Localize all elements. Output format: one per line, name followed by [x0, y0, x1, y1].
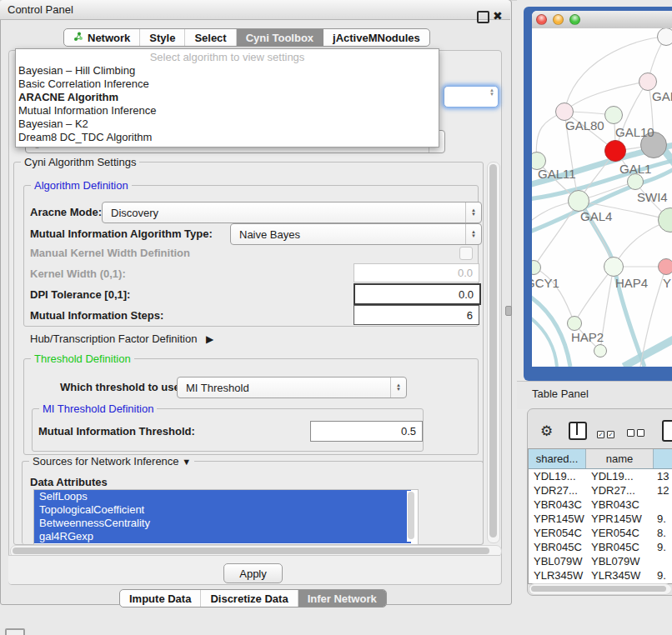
tab-jactivemnodules[interactable]: jActiveMNodules: [323, 29, 429, 46]
group-title: Algorithm Definition: [31, 179, 132, 192]
which-threshold-label: Which threshold to use:: [60, 381, 183, 393]
attribute-item-topologicalcoefficient[interactable]: TopologicalCoefficient: [34, 503, 411, 517]
control-panel-tabs: NetworkStyleSelectCyni ToolboxjActiveMNo…: [63, 28, 430, 47]
algorithm-option-dream8-dc-tdc-algorithm[interactable]: Dream8 DC_TDC Algorithm: [16, 131, 439, 144]
table-row[interactable]: YLR345WYLR345W9.: [529, 568, 672, 582]
table-cell: 8.: [654, 526, 672, 540]
network-node[interactable]: [657, 28, 672, 46]
sources-toggle[interactable]: Sources for Network Inference ▼: [29, 455, 194, 468]
network-node[interactable]: [658, 258, 672, 275]
table-row[interactable]: YDL19...YDL19...13: [529, 469, 672, 483]
table-cell: 9.: [654, 512, 672, 526]
algorithm-option-mutual-information-inference[interactable]: Mutual Information Inference: [16, 104, 439, 118]
tab-style[interactable]: Style: [140, 29, 185, 46]
node-label-gal: GAL: [652, 89, 672, 103]
tab-label: Impute Data: [129, 592, 191, 605]
algorithm-option-bayesian-hill-climbing[interactable]: Bayesian – Hill Climbing: [16, 64, 439, 78]
gear-icon[interactable]: ⚙: [540, 422, 553, 440]
tab-infer-network[interactable]: Infer Network: [298, 590, 386, 607]
tab-label: Network: [88, 32, 130, 44]
dpi-tolerance-field[interactable]: 0.0: [354, 283, 481, 305]
field-value: 0.0: [458, 267, 473, 279]
table-row[interactable]: YDR27...YDR27...12: [529, 483, 672, 498]
field-value: 0.0: [459, 288, 474, 301]
table-horizontal-scrollbar[interactable]: [529, 583, 671, 595]
list-scrollbar[interactable]: [407, 491, 415, 542]
tab-label: Select: [194, 32, 226, 44]
algorithm-dropdown-list: Select algorithm to view settings Bayesi…: [15, 48, 439, 148]
node-label-gal11: GAL11: [538, 167, 576, 181]
hub-definition-label: Hub/Transcription Factor Definition: [30, 332, 197, 345]
algorithm-option-aracne-algorithm[interactable]: ARACNE Algorithm: [16, 91, 439, 104]
column-header-clipped[interactable]: [654, 449, 672, 468]
network-node[interactable]: [567, 316, 582, 331]
table-cell: YDR27...: [529, 483, 586, 498]
attribute-item-gal4rgexp[interactable]: gal4RGexp: [34, 530, 411, 543]
algorithm-option-bayesian-k2[interactable]: Bayesian – K2: [16, 118, 439, 131]
node-label-gal10: GAL10: [615, 125, 654, 139]
table-row[interactable]: YBL079WYBL079W: [529, 554, 672, 568]
manual-kernel-checkbox[interactable]: [459, 247, 473, 260]
kernel-width-field[interactable]: 0.0: [354, 263, 479, 282]
new-table-icon[interactable]: [662, 420, 672, 442]
network-node[interactable]: [639, 72, 657, 91]
expanded-arrow-icon[interactable]: ▼: [182, 457, 191, 467]
columns-icon[interactable]: [569, 422, 587, 440]
panel-splitter-handle[interactable]: [505, 306, 512, 316]
vertical-scrollbar[interactable]: [487, 162, 500, 543]
minimize-traffic-light[interactable]: [553, 14, 564, 25]
attribute-item-betweennesscentrality[interactable]: BetweennessCentrality: [34, 517, 411, 530]
attribute-item-selfloops[interactable]: SelfLoops: [34, 490, 411, 503]
data-attributes-list[interactable]: SelfLoopsTopologicalCoefficientBetweenne…: [33, 489, 419, 545]
bottom-left-handle[interactable]: [5, 628, 25, 635]
network-node[interactable]: [594, 344, 607, 358]
kernel-width-label: Kernel Width (0,1):: [30, 268, 126, 280]
network-node[interactable]: [604, 140, 626, 162]
field-value: 0.5: [401, 425, 416, 438]
tab-cyni-toolbox[interactable]: Cyni Toolbox: [237, 29, 323, 46]
network-node[interactable]: [604, 257, 624, 277]
network-canvas[interactable]: GALGAL80GAL10GAL1GAL11SWI4GAL4GCY1HAP4YH…: [532, 28, 672, 367]
network-window-titlebar[interactable]: [532, 11, 672, 29]
deselect-all-icon[interactable]: [627, 427, 644, 439]
table-row[interactable]: YBR043CYBR043C: [529, 498, 672, 512]
column-header-name[interactable]: name: [586, 449, 654, 468]
close-traffic-light[interactable]: [536, 14, 547, 25]
select-all-icon[interactable]: ✓✓: [597, 427, 614, 439]
mi-threshold-field[interactable]: 0.5: [310, 421, 423, 442]
hub-definition-toggle[interactable]: Hub/Transcription Factor Definition ▶: [30, 332, 213, 345]
float-window-icon[interactable]: [477, 11, 489, 23]
dpi-tolerance-label: DPI Tolerance [0,1]:: [30, 288, 130, 301]
network-node[interactable]: [604, 106, 623, 124]
table-cell: YBR043C: [586, 498, 654, 512]
tab-network[interactable]: Network: [64, 29, 140, 46]
node-label-hap2: HAP2: [571, 330, 604, 344]
node-table[interactable]: shared...name YDL19...YDL19...13YDR27...…: [528, 448, 672, 584]
column-header-shared[interactable]: shared...: [529, 449, 586, 468]
screen: Control Panel ✖ NetworkStyleSelectCyni T…: [0, 0, 672, 635]
close-icon[interactable]: ✖: [493, 9, 503, 22]
combobox-value: MI Threshold: [186, 382, 249, 394]
apply-button[interactable]: Apply: [223, 563, 283, 583]
sources-title: Sources for Network Inference: [33, 455, 179, 468]
aracne-mode-combobox[interactable]: Discovery ▲▼: [102, 202, 482, 223]
group-title: Threshold Definition: [31, 352, 134, 365]
mi-type-combobox[interactable]: Naive Bayes ▲▼: [230, 223, 482, 245]
zoom-traffic-light[interactable]: [569, 14, 580, 25]
tab-discretize-data[interactable]: Discretize Data: [201, 590, 298, 607]
algorithm-combobox-fragment[interactable]: ▲▼: [444, 86, 499, 108]
network-node[interactable]: [627, 173, 644, 190]
collapsed-arrow-icon[interactable]: ▶: [206, 333, 213, 345]
network-window: GALGAL80GAL10GAL1GAL11SWI4GAL4GCY1HAP4YH…: [532, 11, 672, 367]
tab-select[interactable]: Select: [185, 29, 236, 46]
group-title: MI Threshold Definition: [39, 402, 157, 415]
which-threshold-combobox[interactable]: MI Threshold ▲▼: [177, 377, 407, 398]
tab-label: Cyni Toolbox: [246, 32, 313, 44]
table-row[interactable]: YBR045CYBR045C9.: [529, 540, 672, 554]
table-row[interactable]: YER054CYER054C8.: [529, 526, 672, 540]
table-row[interactable]: YPR145WYPR145W9.: [529, 512, 672, 526]
cyni-mode-tabs: Impute DataDiscretize DataInfer Network: [119, 589, 387, 608]
mi-steps-field[interactable]: 6: [354, 305, 479, 325]
tab-impute-data[interactable]: Impute Data: [120, 590, 201, 607]
algorithm-option-basic-correlation-inference[interactable]: Basic Correlation Inference: [16, 78, 439, 91]
